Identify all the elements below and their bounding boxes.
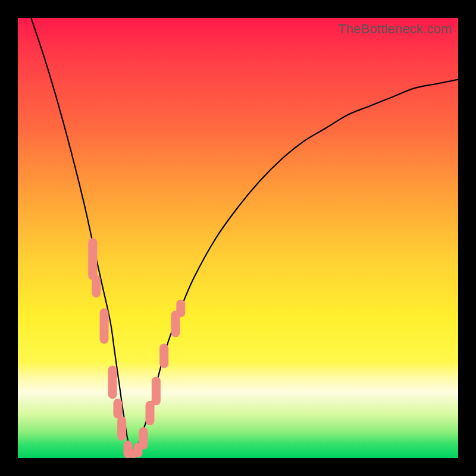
curve-marker [88,238,97,280]
curve-markers [88,238,185,458]
chart-frame: TheBottleneck.com [0,0,476,476]
curve-svg [18,18,458,458]
curve-marker [113,399,122,419]
curve-marker [117,416,126,441]
plot-area: TheBottleneck.com [18,18,458,458]
curve-marker [139,427,148,449]
curve-marker [146,401,155,425]
bottleneck-curve [31,18,458,454]
curve-marker [159,344,168,368]
curve-marker [92,275,101,298]
curve-marker [176,300,185,318]
curve-marker [108,366,117,399]
curve-marker [100,308,109,343]
curve-marker [152,377,161,405]
